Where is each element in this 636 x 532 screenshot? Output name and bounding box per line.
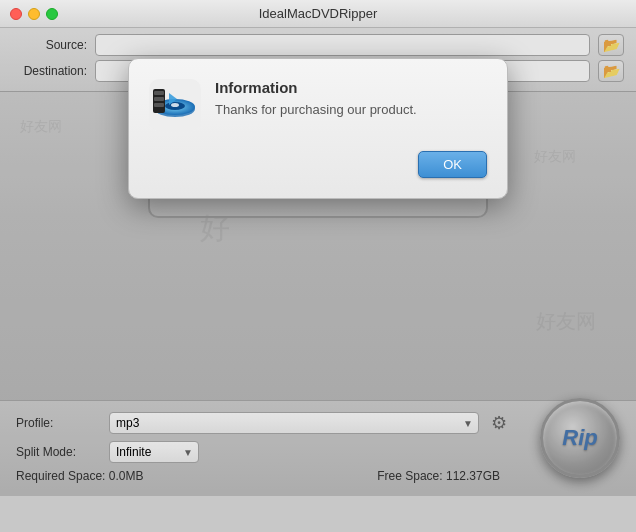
info-dialog: Information Thanks for purchasing our pr… [128,58,508,199]
svg-rect-6 [154,91,164,95]
app-icon-svg [149,79,201,131]
ok-button[interactable]: OK [418,151,487,178]
app-icon [149,79,201,131]
modal-message: Thanks for purchasing our product. [215,102,417,117]
close-button[interactable] [10,8,22,20]
modal-text-area: Information Thanks for purchasing our pr… [215,79,417,117]
traffic-lights [10,8,58,20]
svg-point-4 [171,103,179,107]
minimize-button[interactable] [28,8,40,20]
svg-rect-7 [154,97,164,101]
modal-title: Information [215,79,417,96]
window-title: IdealMacDVDRipper [259,6,378,21]
modal-footer: OK [149,151,487,178]
maximize-button[interactable] [46,8,58,20]
modal-header: Information Thanks for purchasing our pr… [149,79,487,131]
modal-overlay: Information Thanks for purchasing our pr… [0,28,636,496]
titlebar: IdealMacDVDRipper [0,0,636,28]
main-content: Source: 📂 Destination: 📂 好友网 好 好友网 好友网 +… [0,28,636,496]
svg-rect-8 [154,103,164,107]
